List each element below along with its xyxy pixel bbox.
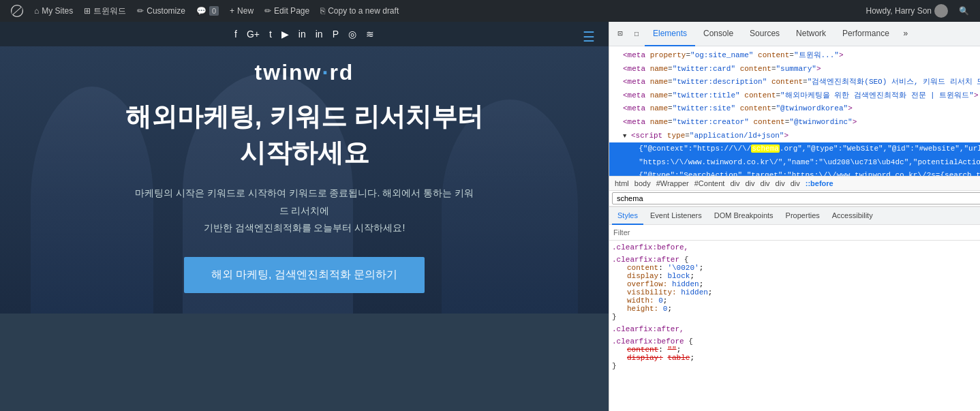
copy-draft-icon: ⎘	[320, 6, 325, 16]
breadcrumb-div4[interactable]: div	[776, 179, 785, 187]
linkedin-icon[interactable]: in	[316, 29, 323, 40]
source-line: <script type="application/ld+json">	[609, 130, 980, 143]
style-rule: .clearfix:after, frontend.css?ver=1.31.0…	[612, 325, 980, 333]
style-selector: .clearfix:after,	[612, 325, 684, 333]
instagram-icon[interactable]: ◎	[348, 29, 356, 40]
style-rule: .clearfix:before { content: ""; display:…	[612, 337, 980, 370]
tab-sources[interactable]: Sources	[741, 22, 788, 46]
wp-logo-item[interactable]	[5, 0, 29, 22]
style-property-row: visibility: hidden;	[619, 288, 980, 296]
tab-performance[interactable]: Performance	[834, 22, 898, 46]
style-selector: .clearfix:after {	[612, 256, 688, 264]
twitter-icon[interactable]: t	[269, 29, 272, 40]
style-selector: .clearfix:before,	[612, 243, 688, 252]
edit-page-icon: ✏	[264, 6, 271, 16]
breadcrumb-div5[interactable]: div	[791, 179, 800, 187]
source-line: <meta name="twitter:title" content="해외마케…	[609, 89, 980, 103]
customize-item[interactable]: ✏ Customize	[132, 0, 191, 22]
style-property-row: content: '\0020';	[619, 264, 980, 272]
style-rule: .clearfix:before, base.css?ver=17.4:510	[612, 243, 980, 252]
new-label: New	[237, 6, 254, 16]
tab-dom-breakpoints[interactable]: DOM Breakpoints	[709, 207, 779, 225]
hamburger-icon[interactable]: ☰	[583, 29, 595, 44]
customize-icon: ✏	[137, 6, 144, 16]
tab-accessibility[interactable]: Accessibility	[827, 207, 878, 225]
breadcrumb-body[interactable]: body	[634, 179, 651, 187]
expand-icon[interactable]	[623, 132, 631, 141]
site-name-label: 트윈워드	[93, 5, 126, 17]
more-tabs-btn[interactable]: »	[898, 26, 914, 42]
site-name-icon: ⊞	[84, 6, 91, 16]
tab-styles[interactable]: Styles	[612, 207, 643, 225]
my-sites-icon: ⌂	[34, 6, 39, 16]
hero-title: 해외마케팅, 키워드 리서치부터시작하세요	[125, 99, 484, 171]
breadcrumb-content[interactable]: #Content	[694, 179, 725, 187]
style-property-row: overflow: hidden;	[619, 280, 980, 288]
tab-properties[interactable]: Properties	[780, 207, 825, 225]
hero-subtitle: 마케팅의 시작은 키워드로 시작하여 키워드로 종료됩니다. 해외에서 통하는 …	[134, 185, 475, 237]
cursor-tool-btn[interactable]: ⊡	[612, 26, 628, 42]
copy-draft-label: Copy to a new draft	[328, 6, 399, 16]
style-rule-header: .clearfix:before, base.css?ver=17.4:510	[612, 243, 980, 252]
new-item[interactable]: + New	[224, 0, 259, 22]
site-logo-text: twinw·rd	[255, 60, 354, 85]
cta-button[interactable]: 해외 마케팅, 검색엔진최적화 문의하기	[184, 257, 425, 293]
search-input[interactable]	[612, 192, 980, 204]
edit-page-label: Edit Page	[274, 6, 309, 16]
rss-icon[interactable]: ≋	[366, 29, 374, 40]
html-source-view[interactable]: <meta property="og:site_name" content="트…	[609, 46, 980, 176]
tab-network[interactable]: Network	[788, 22, 834, 46]
site-topbar: f G+ t ▶ in in P ◎ ≋ ☰	[0, 22, 609, 46]
source-line-selected: {"@type":"SearchAction","target":"https:…	[609, 169, 980, 176]
edit-page-item[interactable]: ✏ Edit Page	[259, 0, 315, 22]
my-sites-item[interactable]: ⌂ My Sites	[29, 0, 78, 22]
howdy-item[interactable]: Howdy, Harry Son	[861, 0, 953, 22]
facebook-icon[interactable]: f	[234, 29, 237, 40]
tab-console[interactable]: Console	[695, 22, 741, 46]
device-toolbar-btn[interactable]: ☐	[628, 26, 645, 42]
styles-tabs: Styles Event Listeners DOM Breakpoints P…	[609, 207, 980, 225]
logo-dot: ·	[322, 60, 329, 85]
tab-event-listeners[interactable]: Event Listeners	[645, 207, 707, 225]
search-item[interactable]: 🔍	[953, 0, 975, 22]
pinterest-icon[interactable]: P	[333, 29, 339, 40]
howdy-label: Howdy, Harry Son	[866, 6, 932, 16]
breadcrumb-div1[interactable]: div	[730, 179, 739, 187]
breadcrumb-wrapper[interactable]: #Wrapper	[656, 179, 689, 187]
tab-elements[interactable]: Elements	[645, 22, 695, 46]
source-line: <meta name="twitter:description" content…	[609, 76, 980, 89]
googleplus-icon[interactable]: G+	[247, 29, 260, 40]
breadcrumb-pseudo: ::before	[806, 179, 833, 187]
styles-content: .clearfix:before, base.css?ver=17.4:510 …	[609, 241, 980, 411]
style-properties: content: '\0020'; display: block; overfl…	[612, 264, 980, 313]
breadcrumb-div2[interactable]: div	[745, 179, 754, 187]
styles-filter-bar: Filter :hov .cls +	[609, 225, 980, 241]
devtools-search-bar: 2 of 13 ▲ ▼ Cancel	[609, 191, 980, 207]
style-property-row: content: "";	[619, 346, 980, 354]
comments-icon: 💬	[196, 6, 206, 16]
style-rule-header: .clearfix:after, frontend.css?ver=1.31.0…	[612, 325, 980, 333]
style-rule-header: .clearfix:after {	[612, 256, 980, 264]
copy-draft-item[interactable]: ⎘ Copy to a new draft	[315, 0, 404, 22]
logo-text-part2: rd	[329, 60, 354, 85]
admin-bar: ⌂ My Sites ⊞ 트윈워드 ✏ Customize 💬 0 + New …	[0, 0, 980, 22]
site-name-item[interactable]: ⊞ 트윈워드	[78, 0, 132, 22]
style-property-row: display: block;	[619, 272, 980, 280]
hero-section: twinw·rd 해외마케팅, 키워드 리서치부터시작하세요 마케팅의 시작은 …	[0, 46, 609, 314]
youtube-icon[interactable]: ▶	[281, 29, 289, 40]
style-property-row: display: table;	[619, 354, 980, 362]
style-property-row: width: 0;	[619, 296, 980, 305]
source-line-selected: {"@context":"https://\/\/schema.org","@t…	[609, 142, 980, 156]
styles-pane: Styles Event Listeners DOM Breakpoints P…	[609, 207, 980, 411]
source-line: <meta name="twitter:card" content="summa…	[609, 63, 980, 76]
style-property-row: height: 0;	[619, 305, 980, 313]
style-rule: .clearfix:after { content: '\0020'; disp…	[612, 256, 980, 321]
breadcrumb-html[interactable]: html	[615, 179, 629, 187]
source-line: <meta name="twitter:creator" content="@t…	[609, 116, 980, 130]
comments-count: 0	[209, 6, 219, 16]
breadcrumb-div3[interactable]: div	[761, 179, 770, 187]
flickr-icon[interactable]: in	[298, 29, 306, 40]
comments-item[interactable]: 💬 0	[191, 0, 224, 22]
main-area: f G+ t ▶ in in P ◎ ≋ ☰	[0, 22, 980, 411]
style-properties: content: ""; display: table;	[612, 346, 980, 362]
